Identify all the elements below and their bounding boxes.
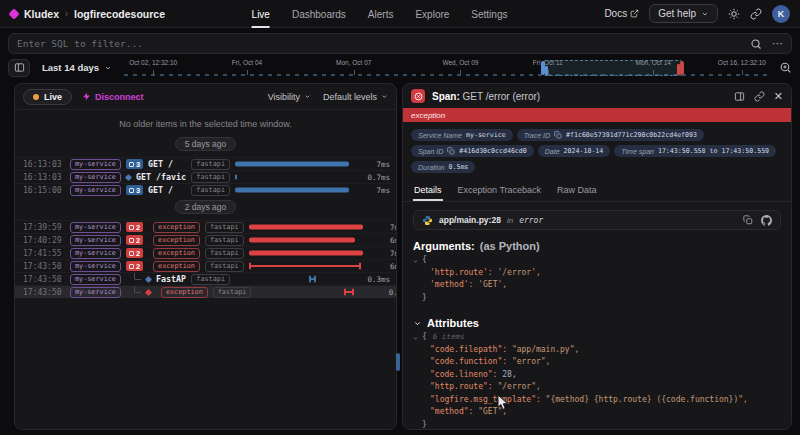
tab-live[interactable]: Live <box>252 0 270 28</box>
tag-fastapi[interactable]: fastapi <box>213 287 252 298</box>
duration-lane <box>235 159 353 170</box>
code-value: "error", <box>507 356 550 369</box>
sql-filter-input[interactable] <box>17 38 740 49</box>
tab-dashboards[interactable]: Dashboards <box>292 0 346 28</box>
code-entry-line: 'method': 'GET', <box>413 279 781 292</box>
service-tag: my-service <box>70 287 121 298</box>
span-count-badge[interactable]: 2 <box>126 248 143 258</box>
docs-link[interactable]: Docs <box>604 8 639 19</box>
collapse-chevron-icon[interactable]: ⌄ <box>413 331 422 344</box>
error-span-icon <box>411 89 425 103</box>
arguments-heading: Arguments: (as Python) <box>413 240 781 252</box>
span-count-badge[interactable]: 2 <box>126 261 143 271</box>
copy-icon[interactable] <box>447 147 455 155</box>
tag-fastapi[interactable]: fastapi <box>191 159 230 170</box>
copy-icon[interactable] <box>743 215 753 225</box>
code-value: "GET", <box>473 406 507 419</box>
tab-alerts[interactable]: Alerts <box>368 0 394 28</box>
share-link-button[interactable] <box>750 8 762 20</box>
trace-row[interactable]: 17:43:50my-service2GET /errorexceptionfa… <box>15 259 396 272</box>
selection-end-handle[interactable] <box>680 61 684 75</box>
detail-tab-details[interactable]: Details <box>413 180 443 201</box>
trace-row[interactable]: 17:41:55my-service2GET /errorexceptionfa… <box>15 246 396 259</box>
bar-start-cap <box>309 276 311 283</box>
trace-list: 5 days ago16:13:03my-service3GET /fastap… <box>15 133 396 298</box>
meta-label: Trace ID <box>524 132 550 139</box>
default-levels-label: Default levels <box>323 92 377 102</box>
diamond-blue-icon <box>145 275 152 282</box>
trace-row[interactable]: 16:13:03my-service3GET /fastapi7ms <box>15 157 396 170</box>
tag-fastapi[interactable]: fastapi <box>191 185 230 196</box>
span-detail-header: Span: GET /error (error) ✕ <box>403 84 791 108</box>
logfire-logo-icon[interactable] <box>8 8 19 19</box>
default-levels-dropdown[interactable]: Default levels <box>323 92 388 102</box>
copy-link-icon[interactable] <box>754 91 765 102</box>
panel-view-icon[interactable] <box>734 91 745 102</box>
tab-explore[interactable]: Explore <box>415 0 449 28</box>
span-count: 2 <box>136 262 140 271</box>
top-nav: Kludex › logfirecodesource LiveDashboard… <box>0 0 800 28</box>
span-count-badge[interactable]: 3 <box>126 185 143 195</box>
timeline-selection[interactable] <box>543 60 681 76</box>
spacer <box>413 292 422 305</box>
get-help-button[interactable]: Get help <box>649 4 718 23</box>
row-timestamp: 17:43:50 <box>23 262 65 271</box>
visibility-dropdown[interactable]: Visibility <box>268 92 311 102</box>
detail-tab-raw-data[interactable]: Raw Data <box>556 180 598 201</box>
close-icon[interactable]: ✕ <box>774 91 783 102</box>
trace-row[interactable]: 16:13:03my-serviceGET /favicon.icofastap… <box>15 170 396 183</box>
live-toggle[interactable]: Live <box>23 89 72 105</box>
row-timestamp: 16:15:00 <box>23 186 65 195</box>
diamond-blue-icon <box>125 173 132 180</box>
disconnect-button[interactable]: Disconnect <box>82 92 144 102</box>
meta-badge-trace-id[interactable]: Trace ID#f1c60e57391d771c290c0b22cd4ef09… <box>517 129 704 141</box>
trace-row[interactable]: 16:15:00my-service3GET /fastapi7ms <box>15 183 396 196</box>
code-location-box[interactable]: app/main.py:28 in error <box>413 210 781 230</box>
breadcrumb-project[interactable]: logfirecodesource <box>74 8 165 20</box>
tag-fastapi[interactable]: fastapi <box>205 222 244 233</box>
tag-fastapi[interactable]: fastapi <box>205 248 244 259</box>
theme-toggle-button[interactable] <box>728 8 740 20</box>
code-location-actions <box>743 215 772 226</box>
tag-exception[interactable]: exception <box>153 235 200 246</box>
code-close-line: } <box>413 292 781 305</box>
span-count-badge[interactable]: 2 <box>126 222 143 232</box>
tag-exception[interactable]: exception <box>161 287 208 298</box>
meta-badge-span-id[interactable]: Span ID#416d30c0ccd46cd0 <box>411 145 534 157</box>
bar-start-cap <box>344 289 346 296</box>
collapse-chevron-icon[interactable]: ⌄ <box>413 254 422 267</box>
tag-exception[interactable]: exception <box>153 248 200 259</box>
breadcrumb-org[interactable]: Kludex <box>24 8 59 20</box>
trace-row[interactable]: 17:43:50my-serviceFastAPI argumentsfasta… <box>15 272 396 285</box>
search-icon[interactable] <box>750 38 762 50</box>
tag-fastapi[interactable]: fastapi <box>191 172 230 183</box>
tab-settings[interactable]: Settings <box>471 0 507 28</box>
sidebar-toggle-button[interactable] <box>8 59 30 77</box>
tag-exception[interactable]: exception <box>153 222 200 233</box>
github-icon[interactable] <box>761 215 772 226</box>
row-title: GET / <box>148 159 186 169</box>
time-range-selector[interactable]: Last 14 days <box>36 60 118 75</box>
span-count-badge[interactable]: 2 <box>126 235 143 245</box>
tag-exception[interactable]: exception <box>153 261 200 272</box>
meta-badge-service-name[interactable]: Service Namemy-service <box>411 129 513 141</box>
trace-row[interactable]: 17:39:59my-service2GET /errorexceptionfa… <box>15 220 396 233</box>
trace-row[interactable]: 17:43:50my-serviceGET /error (error)exce… <box>15 285 396 298</box>
copy-icon[interactable] <box>554 131 562 139</box>
meta-badge-duration[interactable]: Duration0.5ms <box>411 161 475 173</box>
trace-row[interactable]: 17:40:29my-service2GET /errorexceptionfa… <box>15 233 396 246</box>
tag-fastapi[interactable]: fastapi <box>205 261 244 272</box>
timeline-zoom-button[interactable] <box>779 61 792 74</box>
arguments-mode-text: (as Python) <box>480 240 540 252</box>
section-chevron-icon[interactable] <box>413 319 422 328</box>
meta-badge-date[interactable]: Date2024-10-14 <box>538 145 611 157</box>
detail-tab-exception-traceback[interactable]: Exception Traceback <box>457 180 543 201</box>
more-options-icon[interactable]: ⋯ <box>772 38 783 49</box>
avatar[interactable]: K <box>772 5 790 23</box>
span-count-badge[interactable]: 3 <box>126 159 143 169</box>
tag-fastapi[interactable]: fastapi <box>205 235 244 246</box>
tag-fastapi[interactable]: fastapi <box>191 274 230 285</box>
panel-resize-handle[interactable] <box>396 353 400 371</box>
meta-badge-time-span[interactable]: Time span17:43:50.558 to 17:43:50.559 <box>614 145 776 157</box>
timeline[interactable]: Oct 02, 12:32:10Fri, Oct 04Mon, Oct 07We… <box>124 59 771 77</box>
